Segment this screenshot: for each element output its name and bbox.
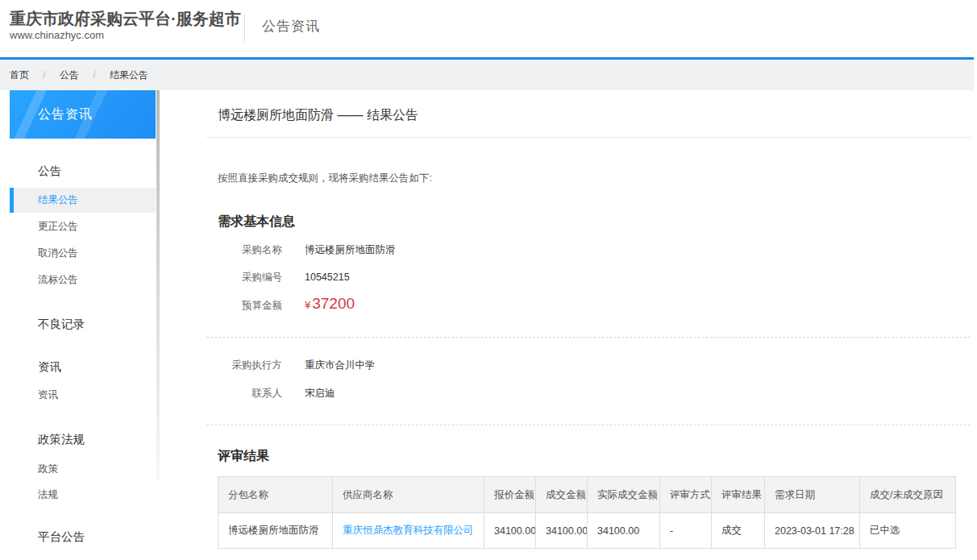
col-package-name: 分包名称 <box>218 477 333 513</box>
cell-actual-deal-amount: 34100.00 <box>588 513 660 549</box>
sidebar-item-regulations[interactable]: 法规 <box>10 490 156 500</box>
field-label: 联系人 <box>218 388 282 399</box>
col-deal-amount: 成交金额 <box>536 477 588 513</box>
intro-text: 按照直接采购成交规则，现将采购结果公告如下: <box>218 172 432 185</box>
field-label: 预算金额 <box>218 297 282 313</box>
header-section-title: 公告资讯 <box>262 17 320 35</box>
field-value: 10545215 <box>305 272 350 283</box>
cell-quote-amount: 34100.00 <box>484 513 536 549</box>
budget-value: 37200 <box>312 295 355 312</box>
cell-deal-reason: 已中选 <box>860 513 956 549</box>
field-value: 宋启迪 <box>305 388 335 399</box>
dashed-divider <box>206 337 971 338</box>
results-table: 分包名称 供应商名称 报价金额 成交金额 实际成交金额 评审方式 评审结果 需求… <box>218 476 956 549</box>
dashed-divider <box>206 425 971 425</box>
yen-symbol: ¥ <box>305 299 310 311</box>
col-review-method: 评审方式 <box>660 477 712 513</box>
main-content: 博远楼厕所地面防滑 —— 结果公告 按照直接采购成交规则，现将采购结果公告如下:… <box>206 90 971 560</box>
breadcrumb-separator: / <box>93 69 95 81</box>
basic-info-heading: 需求基本信息 <box>218 214 295 230</box>
col-review-result: 评审结果 <box>712 477 765 513</box>
field-label: 采购编号 <box>218 272 282 283</box>
sidebar-item-result-announcements[interactable]: 结果公告 <box>10 188 156 213</box>
field-label: 采购名称 <box>218 244 282 255</box>
sidebar-scrollbar[interactable] <box>156 90 160 481</box>
cell-supplier-name: 重庆恒鼎杰教育科技有限公司 <box>333 513 484 549</box>
results-heading: 评审结果 <box>218 448 269 465</box>
supplier-link[interactable]: 重庆恒鼎杰教育科技有限公司 <box>343 525 474 536</box>
field-label: 采购执行方 <box>218 359 282 371</box>
sidebar-item-cancellation-announcements[interactable]: 取消公告 <box>10 248 156 259</box>
sidebar-item-policies[interactable]: 政策 <box>10 464 156 475</box>
breadcrumb-announcements[interactable]: 公告 <box>60 69 79 81</box>
breadcrumb-current: 结果公告 <box>110 69 148 81</box>
site-logo[interactable]: 重庆市政府采购云平台·服务超市 www.chinazhyc.com <box>10 9 241 41</box>
field-row-procurement-name: 采购名称博远楼厕所地面防滑 <box>218 244 396 255</box>
sidebar-section-policies-regulations[interactable]: 政策法规 <box>10 433 156 446</box>
table-header-row: 分包名称 供应商名称 报价金额 成交金额 实际成交金额 评审方式 评审结果 需求… <box>218 477 956 513</box>
sidebar: 公告资讯 公告 结果公告 更正公告 取消公告 流标公告 不良记录 资讯 资讯 政… <box>10 90 156 560</box>
site-url: www.chinazhyc.com <box>10 29 241 41</box>
sidebar-item-correction-announcements[interactable]: 更正公告 <box>10 222 156 232</box>
page-title: 博远楼厕所地面防滑 —— 结果公告 <box>218 107 418 124</box>
breadcrumb-home[interactable]: 首页 <box>10 69 29 81</box>
col-actual-deal-amount: 实际成交金额 <box>588 477 660 513</box>
col-quote-amount: 报价金额 <box>484 477 536 513</box>
cell-demand-date: 2023-03-01 17:28 <box>765 513 860 549</box>
header-divider <box>244 15 245 42</box>
table-row: 博远楼厕所地面防滑 重庆恒鼎杰教育科技有限公司 34100.00 34100.0… <box>218 513 956 549</box>
sidebar-section-news[interactable]: 资讯 <box>10 361 156 373</box>
budget-amount: ¥37200 <box>305 295 355 312</box>
field-row-contact: 联系人宋启迪 <box>218 388 335 399</box>
field-row-budget: 预算金额¥37200 <box>218 296 355 313</box>
breadcrumb-separator: / <box>43 69 45 81</box>
cell-review-method: - <box>660 513 712 549</box>
cell-package-name: 博远楼厕所地面防滑 <box>218 513 333 549</box>
field-value: 博远楼厕所地面防滑 <box>305 244 396 255</box>
sidebar-section-bad-records[interactable]: 不良记录 <box>10 318 156 330</box>
field-row-procurement-code: 采购编号10545215 <box>218 272 350 283</box>
top-header: 重庆市政府采购云平台·服务超市 www.chinazhyc.com 公告资讯 <box>0 0 974 60</box>
site-title: 重庆市政府采购云平台·服务超市 <box>10 9 241 28</box>
col-demand-date: 需求日期 <box>765 477 860 513</box>
sidebar-item-news[interactable]: 资讯 <box>10 390 156 400</box>
field-value: 重庆市合川中学 <box>305 359 376 371</box>
sidebar-banner: 公告资讯 <box>10 90 156 139</box>
sidebar-section-platform-announcements[interactable]: 平台公告 <box>10 531 156 543</box>
col-deal-reason: 成交/未成交原因 <box>860 477 956 513</box>
breadcrumb: 首页 / 公告 / 结果公告 <box>0 60 974 90</box>
col-supplier-name: 供应商名称 <box>333 477 484 513</box>
cell-deal-amount: 34100.00 <box>536 513 588 549</box>
sidebar-section-announcements[interactable]: 公告 <box>10 165 156 177</box>
sidebar-item-failed-bid-announcements[interactable]: 流标公告 <box>10 275 156 285</box>
title-divider <box>206 137 971 138</box>
field-row-executor: 采购执行方重庆市合川中学 <box>218 359 376 371</box>
page: 重庆市政府采购云平台·服务超市 www.chinazhyc.com 公告资讯 首… <box>0 0 977 560</box>
cell-review-result: 成交 <box>712 513 765 549</box>
